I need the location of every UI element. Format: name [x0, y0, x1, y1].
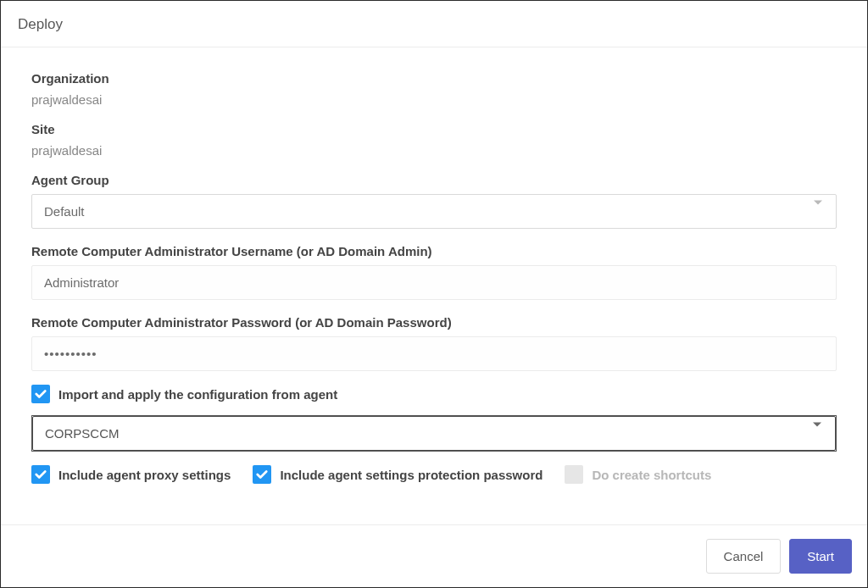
start-button[interactable]: Start — [789, 539, 852, 574]
organization-value: prajwaldesai — [31, 92, 837, 107]
include-protection-item: Include agent settings protection passwo… — [253, 465, 542, 484]
agent-group-block: Agent Group Default — [31, 173, 837, 229]
agent-group-label: Agent Group — [31, 173, 837, 187]
username-label: Remote Computer Administrator Username (… — [31, 244, 837, 258]
check-icon — [256, 469, 268, 480]
include-protection-checkbox[interactable] — [253, 465, 271, 484]
import-config-row: Import and apply the configuration from … — [31, 385, 837, 403]
site-label: Site — [31, 122, 837, 136]
password-label: Remote Computer Administrator Password (… — [31, 315, 837, 330]
dialog-header: Deploy — [1, 1, 867, 47]
agent-group-selected-text: Default — [44, 204, 85, 219]
site-block: Site prajwaldesai — [31, 122, 837, 158]
agent-group-select[interactable]: Default — [31, 194, 837, 229]
username-block: Remote Computer Administrator Username (… — [31, 244, 837, 300]
import-config-checkbox[interactable] — [31, 385, 50, 403]
organization-block: Organization prajwaldesai — [31, 71, 837, 107]
check-icon — [35, 469, 47, 480]
include-proxy-item: Include agent proxy settings — [31, 465, 231, 484]
agent-group-select-wrap: Default — [31, 194, 837, 229]
create-shortcuts-item: Do create shortcuts — [565, 465, 711, 484]
import-config-select[interactable]: CORPSCCM — [32, 416, 836, 451]
create-shortcuts-label: Do create shortcuts — [592, 468, 711, 482]
import-config-selected-text: CORPSCCM — [45, 426, 120, 441]
password-block: Remote Computer Administrator Password (… — [31, 315, 837, 371]
import-config-label: Import and apply the configuration from … — [58, 387, 337, 402]
password-input[interactable] — [31, 336, 837, 371]
dialog-title: Deploy — [18, 16, 850, 33]
organization-label: Organization — [31, 71, 837, 86]
dialog-footer: Cancel Start — [1, 524, 867, 587]
import-config-select-wrap: CORPSCCM — [31, 415, 837, 452]
site-value: prajwaldesai — [31, 143, 837, 158]
dialog-body: Organization prajwaldesai Site prajwalde… — [1, 47, 867, 524]
include-proxy-label: Include agent proxy settings — [58, 468, 231, 482]
create-shortcuts-checkbox — [565, 465, 583, 484]
username-input[interactable] — [31, 265, 837, 300]
include-proxy-checkbox[interactable] — [31, 465, 50, 484]
include-protection-label: Include agent settings protection passwo… — [280, 468, 542, 482]
options-row: Include agent proxy settings Include age… — [31, 465, 837, 484]
check-icon — [35, 389, 47, 399]
cancel-button[interactable]: Cancel — [706, 539, 782, 574]
deploy-dialog: Deploy Organization prajwaldesai Site pr… — [1, 1, 867, 587]
